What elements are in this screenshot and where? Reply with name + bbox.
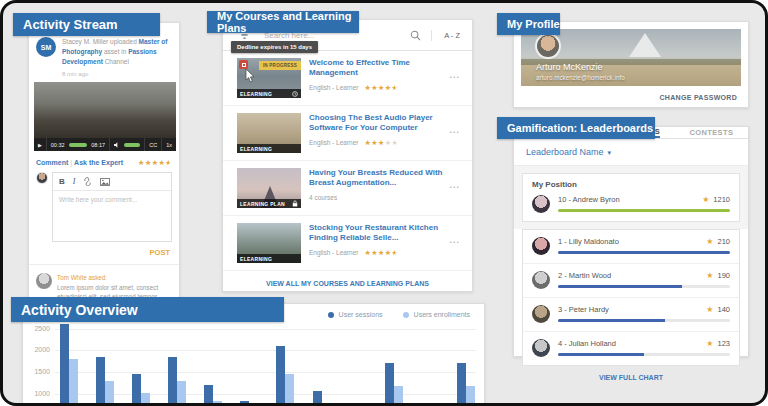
course-title[interactable]: Welcome to Effective Time Management bbox=[309, 58, 445, 79]
status-badge: IN PROGRESS bbox=[259, 61, 301, 70]
volume-icon[interactable] bbox=[114, 142, 120, 148]
video-frame bbox=[34, 82, 176, 138]
tab-contests[interactable]: CONTESTS bbox=[689, 127, 733, 138]
course-type-label: LEARNING PLAN bbox=[240, 201, 285, 207]
leaderboard-entry: 10 - Andrew Byron ★1210 bbox=[532, 195, 730, 213]
course-row[interactable]: ELEARNING Choosing The Best Audio Player… bbox=[223, 106, 472, 161]
avatar bbox=[532, 195, 550, 213]
volume-bar[interactable] bbox=[124, 143, 141, 147]
course-title[interactable]: Stocking Your Restaurant Kitchen Finding… bbox=[309, 223, 445, 244]
bar-users-enrollments bbox=[141, 393, 150, 406]
course-menu-button[interactable]: ... bbox=[449, 70, 460, 80]
play-icon[interactable]: ▶ bbox=[38, 142, 42, 148]
my-profile-header: My Profile bbox=[497, 13, 560, 35]
course-row[interactable]: LEARNING PLAN Having Your Breasts Reduce… bbox=[223, 161, 472, 216]
star-icon: ★ bbox=[702, 195, 709, 204]
profile-email: arturo.mckenzie@homerick.info bbox=[536, 74, 625, 81]
bar-user-sessions bbox=[96, 357, 105, 406]
comment-form: B I bbox=[36, 172, 172, 242]
y-axis-label: 2500 bbox=[23, 325, 50, 332]
progress-bar[interactable] bbox=[69, 143, 88, 147]
y-axis-label: 2000 bbox=[23, 346, 50, 353]
italic-button[interactable]: I bbox=[73, 177, 76, 186]
course-meta: 4 courses bbox=[309, 194, 337, 201]
course-thumbnail[interactable]: ELEARNING bbox=[237, 223, 301, 263]
view-full-chart-link[interactable]: VIEW FULL CHART bbox=[514, 366, 748, 389]
comment-link[interactable]: Comment bbox=[36, 159, 68, 166]
speed-button[interactable]: 1x bbox=[166, 142, 172, 148]
post-button[interactable]: POST bbox=[34, 248, 170, 257]
my-profile-title: My Profile bbox=[507, 18, 560, 30]
star-icon: ★ bbox=[706, 237, 713, 246]
course-thumbnail[interactable]: ELEARNING bbox=[237, 113, 301, 153]
entry-points: 210 bbox=[717, 237, 730, 246]
avatar[interactable]: SM bbox=[36, 37, 56, 57]
image-icon[interactable] bbox=[100, 178, 110, 186]
star-icon: ★ bbox=[706, 305, 713, 314]
search-icon[interactable] bbox=[400, 30, 432, 41]
activity-overview-title: Activity Overview bbox=[21, 302, 138, 318]
points-bar bbox=[558, 285, 730, 288]
comment-input[interactable] bbox=[53, 191, 171, 237]
course-menu-button[interactable]: ... bbox=[449, 235, 460, 245]
gamification-panel: BADGES LEADERBOARDS CONTESTS Leaderboard… bbox=[513, 126, 749, 357]
bar-group bbox=[60, 324, 78, 406]
profile-avatar[interactable] bbox=[535, 33, 561, 59]
course-rating[interactable]: ★★★★★★★★★★ bbox=[365, 249, 399, 256]
leaderboard-entry: 2 - Martin Wood ★190 bbox=[523, 264, 739, 298]
video-player[interactable]: ▶ 00:32 08:17 CC 1x bbox=[34, 82, 176, 151]
post-actions: Comment|Ask the Expert ★★★★★★★★★★ bbox=[36, 159, 172, 166]
course-thumbnail[interactable]: IN PROGRESS ELEARNING bbox=[237, 58, 301, 98]
entry-name: 2 - Martin Wood bbox=[558, 271, 611, 280]
dashboard-frame: Activity Stream My Courses and Learning … bbox=[0, 0, 768, 406]
avatar bbox=[532, 339, 550, 357]
avatar bbox=[532, 271, 550, 289]
bar-users-enrollments bbox=[394, 386, 403, 406]
current-time: 00:32 bbox=[51, 142, 65, 148]
post-author[interactable]: Tom White asked: bbox=[57, 274, 107, 281]
view-all-courses-link[interactable]: VIEW ALL MY COURSES AND LEARNING PLANS bbox=[223, 271, 472, 296]
sort-az-button[interactable]: A - Z bbox=[432, 31, 472, 40]
avatar bbox=[532, 305, 550, 323]
course-menu-button[interactable]: ... bbox=[449, 125, 460, 135]
activity-stream-title: Activity Stream bbox=[23, 17, 118, 32]
bar-user-sessions bbox=[132, 374, 141, 406]
course-rating[interactable]: ★★★★★★★★★★ bbox=[365, 84, 399, 91]
stream-post: SM Stacey M. Miller uploaded Master of P… bbox=[34, 37, 174, 67]
bold-button[interactable]: B bbox=[59, 177, 65, 186]
profile-name: Arturo McKenzie bbox=[536, 62, 603, 72]
course-row[interactable]: IN PROGRESS ELEARNING Welcome to Effecti… bbox=[223, 51, 472, 106]
link-icon[interactable] bbox=[83, 177, 92, 186]
course-title[interactable]: Choosing The Best Audio Player Software … bbox=[309, 113, 445, 134]
course-menu-button[interactable]: ... bbox=[449, 180, 460, 190]
post-timestamp: 8 min ago bbox=[62, 71, 174, 77]
bar-user-sessions bbox=[60, 324, 69, 406]
entry-name: 1 - Lilly Maldonato bbox=[558, 237, 619, 246]
course-title[interactable]: Having Your Breasts Reduced With Breast … bbox=[309, 168, 445, 189]
bar-users-enrollments bbox=[69, 359, 78, 406]
cc-button[interactable]: CC bbox=[149, 142, 157, 148]
mountain-shape bbox=[629, 33, 661, 57]
course-row[interactable]: ELEARNING Stocking Your Restaurant Kitch… bbox=[223, 216, 472, 271]
avatar[interactable] bbox=[36, 273, 52, 289]
change-password-link[interactable]: CHANGE PASSWORD bbox=[660, 94, 741, 101]
star-icon: ★ bbox=[706, 339, 713, 348]
leaderboard-select[interactable]: Leaderboard Name▾ bbox=[514, 139, 748, 166]
entry-points: 123 bbox=[717, 339, 730, 348]
chevron-down-icon: ▾ bbox=[608, 149, 612, 156]
ask-expert-link[interactable]: Ask the Expert bbox=[74, 159, 123, 166]
course-thumbnail[interactable]: LEARNING PLAN bbox=[237, 168, 301, 208]
bar-users-enrollments bbox=[213, 401, 222, 406]
legend-dot bbox=[403, 312, 409, 318]
bar-users-enrollments bbox=[177, 381, 186, 406]
entry-points: 1210 bbox=[713, 195, 730, 204]
my-courses-title: My Courses and Learning Plans bbox=[217, 10, 359, 34]
divider bbox=[144, 138, 145, 151]
bar-group bbox=[240, 401, 258, 406]
gamification-header: Gamification: Leaderboards bbox=[497, 117, 655, 139]
profile-cover-image: Arturo McKenzie arturo.mckenzie@homerick… bbox=[521, 29, 741, 86]
post-rating[interactable]: ★★★★★★★★★★ bbox=[138, 159, 172, 166]
divider bbox=[161, 138, 162, 151]
course-rating[interactable]: ★★★★★★★★★★ bbox=[365, 139, 399, 146]
bar-user-sessions bbox=[240, 401, 249, 406]
